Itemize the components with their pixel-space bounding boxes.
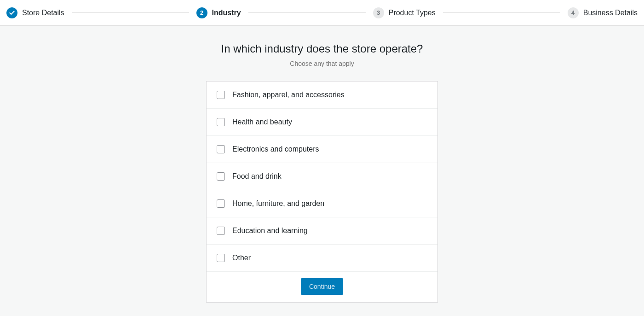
step-divider bbox=[248, 12, 366, 13]
step-divider bbox=[72, 12, 189, 13]
step-divider bbox=[443, 12, 560, 13]
step-business-details[interactable]: 4 Business Details bbox=[568, 7, 638, 18]
industry-option-electronics[interactable]: Electronics and computers bbox=[207, 136, 437, 163]
checkbox-icon[interactable] bbox=[217, 91, 225, 99]
question-subtitle: Choose any that apply bbox=[290, 60, 354, 67]
step-number-circle: 4 bbox=[568, 7, 579, 18]
checkbox-icon[interactable] bbox=[217, 199, 225, 208]
step-number-circle: 2 bbox=[196, 7, 207, 18]
step-product-types[interactable]: 3 Product Types bbox=[373, 7, 436, 18]
step-number-circle: 3 bbox=[373, 7, 384, 18]
option-label: Other bbox=[232, 254, 251, 262]
step-label: Business Details bbox=[583, 9, 638, 17]
main-content: In which industry does the store operate… bbox=[0, 26, 644, 303]
option-label: Education and learning bbox=[232, 227, 308, 235]
option-label: Health and beauty bbox=[232, 118, 292, 126]
industry-options-card: Fashion, apparel, and accessories Health… bbox=[206, 81, 438, 303]
step-label: Product Types bbox=[389, 9, 436, 17]
check-icon bbox=[6, 7, 17, 18]
industry-option-food-drink[interactable]: Food and drink bbox=[207, 163, 437, 190]
step-label: Store Details bbox=[22, 9, 64, 17]
option-label: Fashion, apparel, and accessories bbox=[232, 91, 345, 99]
continue-button[interactable]: Continue bbox=[301, 278, 343, 295]
option-label: Electronics and computers bbox=[232, 145, 319, 153]
industry-option-fashion[interactable]: Fashion, apparel, and accessories bbox=[207, 82, 437, 109]
card-footer: Continue bbox=[207, 272, 437, 302]
step-label: Industry bbox=[212, 9, 241, 17]
option-label: Home, furniture, and garden bbox=[232, 199, 324, 208]
question-title: In which industry does the store operate… bbox=[221, 42, 423, 55]
checkbox-icon[interactable] bbox=[217, 227, 225, 235]
option-label: Food and drink bbox=[232, 172, 282, 181]
step-industry[interactable]: 2 Industry bbox=[196, 7, 241, 18]
industry-option-health-beauty[interactable]: Health and beauty bbox=[207, 109, 437, 136]
industry-option-other[interactable]: Other bbox=[207, 245, 437, 272]
checkbox-icon[interactable] bbox=[217, 172, 225, 181]
industry-option-home-garden[interactable]: Home, furniture, and garden bbox=[207, 190, 437, 217]
checkbox-icon[interactable] bbox=[217, 254, 225, 262]
industry-option-education[interactable]: Education and learning bbox=[207, 217, 437, 245]
checkbox-icon[interactable] bbox=[217, 118, 225, 126]
checkbox-icon[interactable] bbox=[217, 145, 225, 153]
step-store-details[interactable]: Store Details bbox=[6, 7, 64, 18]
wizard-stepper: Store Details 2 Industry 3 Product Types… bbox=[0, 0, 644, 26]
